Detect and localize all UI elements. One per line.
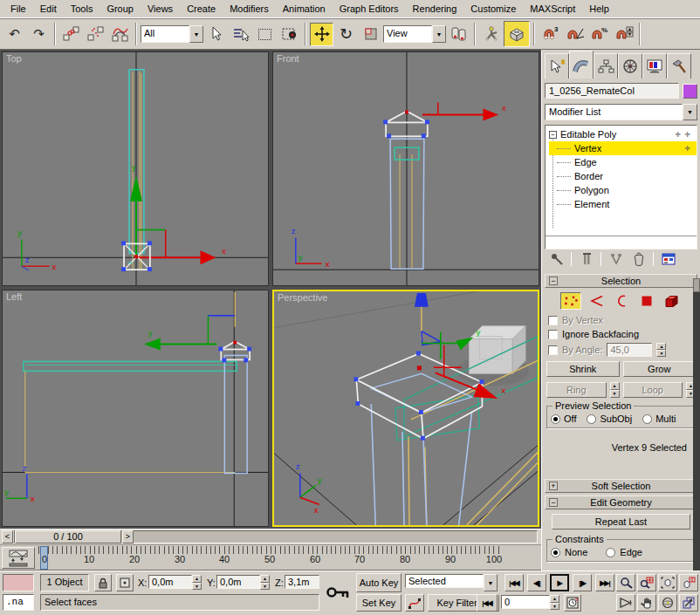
constraint-edge-radio[interactable]: [606, 548, 615, 557]
previous-frame-button[interactable]: <: [2, 530, 13, 543]
menu-maxscript[interactable]: MAXScript: [523, 1, 582, 17]
redo-icon[interactable]: ↷: [27, 23, 51, 46]
menu-edit[interactable]: Edit: [33, 1, 64, 17]
preview-subobj-radio[interactable]: [587, 414, 596, 424]
y-coordinate-field[interactable]: 0,0m: [216, 575, 260, 589]
select-object-icon[interactable]: [204, 23, 228, 46]
panel-scrollbar-thumb[interactable]: [693, 278, 700, 292]
open-mini-curve-editor-button[interactable]: [2, 547, 35, 569]
element-mode-icon[interactable]: [662, 292, 683, 310]
object-color-swatch[interactable]: [683, 84, 697, 99]
pin-stack-icon[interactable]: [546, 250, 566, 268]
go-to-start-button[interactable]: |◀◀: [504, 574, 524, 591]
keyboard-shortcut-override-toggle-icon[interactable]: [504, 21, 530, 47]
menu-help[interactable]: Help: [582, 1, 616, 17]
collapse-icon[interactable]: −: [549, 131, 557, 139]
snaps-toggle-icon[interactable]: 3: [539, 23, 562, 46]
by-vertex-checkbox[interactable]: [548, 316, 558, 325]
time-configuration-button[interactable]: [564, 594, 581, 612]
window-crossing-icon[interactable]: [278, 23, 301, 46]
stack-item-edge[interactable]: Edge: [549, 155, 697, 169]
preview-off-radio[interactable]: [551, 414, 560, 424]
grow-button[interactable]: Grow: [623, 361, 697, 377]
zoom-all-button[interactable]: [637, 574, 656, 591]
preview-multi-radio[interactable]: [642, 414, 652, 424]
select-and-move-icon[interactable]: [310, 23, 333, 46]
field-of-view-button[interactable]: [616, 594, 635, 612]
select-and-rotate-icon[interactable]: ↻: [334, 23, 358, 46]
tab-utilities[interactable]: [667, 53, 691, 79]
viewport-front[interactable]: x zxy Front: [272, 51, 539, 286]
soft-selection-rollout-header[interactable]: + Soft Selection: [545, 479, 697, 493]
auto-key-button[interactable]: Auto Key: [356, 573, 401, 592]
next-frame-button[interactable]: >: [122, 530, 134, 543]
current-frame-field[interactable]: 0: [501, 595, 550, 609]
menu-customize[interactable]: Customize: [463, 1, 523, 17]
selection-lock-toggle[interactable]: [94, 574, 112, 591]
play-button[interactable]: ▶: [550, 574, 569, 591]
shrink-button[interactable]: Shrink: [546, 361, 620, 377]
zoom-extents-button[interactable]: [658, 574, 677, 591]
stack-item-border[interactable]: Border: [549, 169, 697, 183]
maxscript-mini-listener[interactable]: .na: [3, 594, 34, 611]
selection-filter-dropdown[interactable]: All ▼: [141, 25, 203, 43]
object-name-field[interactable]: 1_0256_RemateCol: [545, 83, 679, 99]
rectangular-selection-region-icon[interactable]: [253, 23, 277, 46]
previous-frame-button[interactable]: ◀||: [527, 574, 546, 591]
reference-coordinate-system-dropdown[interactable]: View ▼: [383, 25, 446, 43]
ignore-backfacing-checkbox[interactable]: [548, 330, 558, 339]
set-keys-button[interactable]: [323, 573, 353, 612]
macro-recorder-box[interactable]: [3, 574, 34, 591]
angle-spinner[interactable]: ▲▼: [656, 343, 666, 357]
collapse-rollout-icon[interactable]: −: [549, 498, 558, 507]
by-angle-checkbox[interactable]: [548, 345, 558, 355]
stack-item-editable-poly[interactable]: − Editable Poly ✛ ✛: [549, 127, 697, 141]
tab-display[interactable]: [642, 53, 667, 79]
tab-motion[interactable]: [618, 53, 642, 79]
stack-item-polygon[interactable]: Polygon: [549, 183, 697, 197]
stack-item-vertex[interactable]: Vertex ✛: [549, 141, 697, 155]
show-end-result-icon[interactable]: [576, 250, 596, 268]
tab-hierarchy[interactable]: [594, 53, 618, 79]
edge-mode-icon[interactable]: [586, 292, 607, 310]
menu-tools[interactable]: Tools: [64, 1, 100, 17]
default-tangents-button[interactable]: [405, 594, 424, 612]
configure-modifier-sets-icon[interactable]: [658, 250, 678, 268]
y-spinner[interactable]: ▲▼: [260, 575, 270, 590]
border-mode-icon[interactable]: [611, 292, 632, 310]
edit-geometry-rollout-header[interactable]: − Edit Geometry: [545, 495, 697, 509]
x-coordinate-field[interactable]: 0,0m: [148, 575, 192, 589]
percent-snap-toggle-icon[interactable]: %: [587, 23, 611, 46]
angle-field[interactable]: 45,0: [607, 343, 652, 357]
stack-item-element[interactable]: Element: [549, 197, 697, 211]
arc-rotate-button[interactable]: [658, 594, 677, 612]
collapse-rollout-icon[interactable]: −: [549, 277, 558, 285]
select-and-scale-icon[interactable]: [359, 23, 382, 46]
ring-button[interactable]: Ring: [546, 382, 607, 398]
make-unique-icon[interactable]: [606, 250, 626, 268]
menu-views[interactable]: Views: [141, 1, 180, 17]
time-slider-handle[interactable]: 0 / 100: [15, 530, 121, 543]
track-bar-ruler[interactable]: 0 10 20 30 40 50 60 70 80 90 100: [38, 546, 503, 570]
polygon-mode-icon[interactable]: [636, 292, 657, 310]
tab-modify[interactable]: [569, 51, 594, 79]
menu-rendering[interactable]: Rendering: [406, 1, 464, 17]
tab-create[interactable]: [545, 53, 569, 79]
use-pivot-point-center-icon[interactable]: [447, 23, 470, 46]
zoom-button[interactable]: [616, 574, 635, 591]
vertex-mode-icon[interactable]: [560, 292, 581, 310]
menu-file[interactable]: File: [3, 1, 33, 17]
x-spinner[interactable]: ▲▼: [192, 575, 202, 590]
spin-down-icon[interactable]: ▼: [656, 350, 666, 357]
min-max-toggle-button[interactable]: [679, 594, 698, 612]
menu-animation[interactable]: Animation: [276, 1, 333, 17]
panel-scrollbar[interactable]: [693, 278, 700, 571]
constraint-none-radio[interactable]: [551, 548, 560, 557]
undo-icon[interactable]: ↶: [3, 23, 26, 46]
spin-up-icon[interactable]: ▲: [656, 343, 666, 350]
dropdown-arrow-icon[interactable]: ▼: [484, 574, 498, 591]
bind-to-space-warp-icon[interactable]: [108, 23, 132, 46]
modifier-list-dropdown[interactable]: Modifier List ▼: [545, 104, 697, 120]
viewport-perspective-label[interactable]: Perspective: [278, 292, 327, 303]
select-and-link-icon[interactable]: [59, 23, 83, 46]
